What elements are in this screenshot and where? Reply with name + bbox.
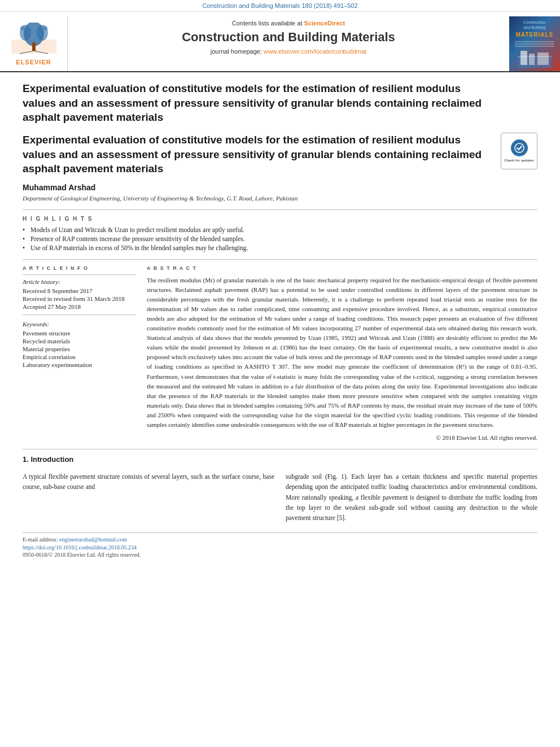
highlights-label: H I G H L I G H T S [23, 216, 537, 222]
article-title-section: Experimental evaluation of constitutive … [23, 133, 537, 176]
keywords-label: Keywords: [23, 321, 135, 327]
article-title-display: Experimental evaluation of constitutive … [23, 81, 537, 125]
main-content: Experimental evaluation of constitutive … [0, 72, 560, 567]
svg-point-15 [515, 143, 524, 152]
article-title-text-node: Experimental evaluation of constitutive … [23, 133, 537, 176]
introduction-heading: 1. Introduction [23, 455, 537, 464]
highlight-item-2: Presence of RAP contents increase the pr… [23, 235, 537, 242]
email-footnote: E-mail address: engineerarshad@hotmail.c… [23, 536, 537, 543]
intro-left-text: A typical flexible pavement structure co… [23, 471, 274, 492]
homepage-prefix: journal homepage: [211, 48, 264, 55]
keyword-5: Laboratory experimentation [23, 361, 135, 368]
page: Construction and Building Materials 180 … [0, 0, 560, 567]
svg-rect-10 [520, 51, 527, 65]
article-history-title: Article history: [23, 278, 135, 285]
received-date: Received 8 September 2017 [23, 287, 135, 294]
abstract-copyright: © 2018 Elsevier Ltd. All rights reserved… [147, 434, 537, 441]
intro-right-col: subgrade soil (Fig. 1). Each layer has a… [286, 471, 537, 523]
article-info-label: A R T I C L E I N F O [23, 265, 135, 271]
keyword-2: Recycled materials [23, 338, 135, 344]
highlight-item-1: Models of Uzan and Witczak & Uzan to pre… [23, 226, 537, 233]
cover-image-svg [518, 48, 552, 68]
accepted-date: Accepted 27 May 2018 [23, 303, 135, 310]
citation-bar: Construction and Building Materials 180 … [0, 0, 560, 12]
intro-left-col: A typical flexible pavement structure co… [23, 471, 274, 523]
highlights-section: H I G H L I G H T S Models of Uzan and W… [23, 216, 537, 251]
keyword-4: Empirical correlation [23, 353, 135, 360]
cover-label-materials: MATERIALS [516, 32, 554, 38]
abstract-col: A B S T R A C T The resilient modulus (M… [147, 265, 537, 441]
author-affiliation: Department of Geological Engineering, Un… [23, 195, 537, 202]
journal-homepage: journal homepage: www.elsevier.com/locat… [73, 48, 504, 55]
email-link[interactable]: engineerarshad@hotmail.com [59, 536, 127, 543]
journal-center: Contents lists available at ScienceDirec… [68, 16, 509, 71]
elsevier-logo-svg [8, 23, 59, 56]
citation-text: Construction and Building Materials 180 … [202, 2, 357, 9]
svg-rect-12 [537, 53, 549, 65]
email-prefix: E-mail address: [23, 536, 59, 543]
divider-3 [23, 449, 537, 449]
author-name: Muhammad Arshad [23, 183, 537, 192]
highlight-item-3: Use of RAP materials in excess of 50% in… [23, 244, 537, 251]
divider-info [23, 274, 135, 275]
svg-rect-4 [32, 42, 36, 51]
contents-available-text: Contents lists available at [232, 20, 303, 27]
sciencedirect-line: Contents lists available at ScienceDirec… [73, 20, 504, 27]
footnote-area: E-mail address: engineerarshad@hotmail.c… [23, 532, 537, 558]
journal-header: ELSEVIER Contents lists available at Sci… [0, 12, 560, 72]
introduction-body: A typical flexible pavement structure co… [23, 471, 537, 523]
elsevier-label: ELSEVIER [16, 59, 51, 65]
journal-cover-thumbnail: Constructionand Building MATERIALS [509, 16, 560, 71]
svg-rect-11 [529, 54, 535, 65]
cover-decoration [515, 41, 554, 48]
revised-date: Received in revised form 31 March 2018 [23, 295, 135, 302]
homepage-url[interactable]: www.elsevier.com/locate/conbuildmat [264, 48, 366, 55]
article-info-abstract: A R T I C L E I N F O Article history: R… [23, 265, 537, 441]
doi-link[interactable]: https://doi.org/10.1016/j.conbuildmat.20… [23, 544, 537, 551]
keyword-3: Material properties [23, 346, 135, 352]
svg-point-6 [43, 26, 47, 30]
highlights-list: Models of Uzan and Witczak & Uzan to pre… [23, 226, 537, 251]
check-updates-badge-node: Check for updates [501, 133, 537, 169]
journal-title-header: Construction and Building Materials [73, 30, 504, 45]
article-info-col: A R T I C L E I N F O Article history: R… [23, 265, 135, 441]
intro-right-text: subgrade soil (Fig. 1). Each layer has a… [286, 471, 537, 523]
elsevier-logo: ELSEVIER [0, 16, 68, 71]
divider-1 [23, 209, 537, 210]
copyright-footer: 0950-0618/© 2018 Elsevier Ltd. All right… [23, 552, 537, 558]
divider-2 [23, 259, 537, 260]
svg-point-5 [20, 26, 25, 30]
divider-keywords [23, 314, 135, 315]
keyword-1: Pavement structure [23, 330, 135, 337]
abstract-label: A B S T R A C T [147, 265, 537, 271]
sciencedirect-link[interactable]: ScienceDirect [304, 20, 345, 27]
abstract-text: The resilient modulus (Mr) of granular m… [147, 276, 537, 430]
introduction-section: 1. Introduction A typical flexible pavem… [23, 455, 537, 523]
cover-label-top: Constructionand Building [523, 20, 545, 30]
